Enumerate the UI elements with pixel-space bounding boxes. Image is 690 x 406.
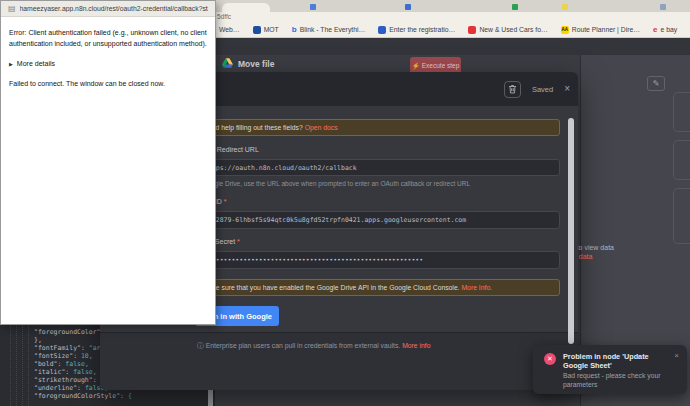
client-secret-field[interactable]: ••••••••••••••••••••••••••••••••••••••••… [195, 251, 560, 269]
bookmark-label: Blink - The Everythi… [300, 26, 366, 33]
bookmark-item[interactable]: ee bay [653, 25, 677, 34]
browser-active-tab[interactable] [222, 3, 270, 12]
more-info-link[interactable]: More Info. [461, 284, 492, 291]
oauth-error-text: Error: Client authentication failed (e.g… [9, 27, 212, 49]
bookmark-favicon-icon: e [653, 25, 657, 34]
browser-tab-favicon[interactable] [512, 4, 518, 10]
bookmark-favicon-icon: AA [561, 26, 569, 34]
client-id-field[interactable]: 2442879-6lhbsf5s94qtc0k5u8gfd52trpfn0421… [195, 211, 560, 229]
bookmark-favicon-icon: b [292, 25, 297, 34]
redirect-url-field[interactable]: https://oauth.n8n.cloud/oauth2/callback [195, 159, 560, 176]
oauth-popup-window: ▤ hameezyaser.app.n8n.cloud/rest/oauth2-… [0, 0, 216, 325]
pencil-icon: ✎ [653, 79, 660, 88]
page-favicon-icon: ▤ [8, 5, 16, 13]
triangle-right-icon: ▶ [9, 61, 13, 67]
code-line: }, [34, 336, 42, 344]
code-line: "fontSize": 10, [34, 352, 93, 360]
browser-tab-favicon[interactable] [562, 4, 568, 10]
client-id-label: Client ID * [195, 198, 560, 207]
modal-close-icon[interactable]: × [564, 84, 570, 94]
client-secret-label: Client Secret * [195, 238, 560, 247]
node-title-label: Move file [238, 59, 274, 69]
toast-close-icon[interactable]: × [674, 351, 679, 360]
bookmark-item[interactable]: AARoute Planner | Dire… [561, 26, 640, 34]
popup-url: hameezyaser.app.n8n.cloud/rest/oauth2-cr… [20, 5, 208, 12]
bookmark-item[interactable]: Web… [219, 26, 240, 33]
required-star: * [224, 198, 227, 205]
open-docs-link[interactable]: Open docs [305, 124, 338, 131]
output-skeleton-box [673, 92, 690, 132]
bookmark-favicon-icon [468, 26, 476, 34]
bookmark-label: New & Used Cars fo… [479, 26, 547, 33]
saved-status-badge: Saved [532, 85, 553, 94]
google-drive-icon [222, 58, 233, 70]
api-enable-banner: Make sure that you have enabled the Goog… [195, 279, 560, 296]
bookmark-item[interactable]: bBlink - The Everythi… [292, 25, 366, 34]
code-line: "bold": false, [34, 360, 89, 368]
error-toast[interactable]: ✕ Problem in node 'Update Google Sheet' … [533, 345, 687, 394]
bookmark-label: Route Planner | Dire… [572, 26, 640, 33]
popup-title-bar[interactable]: ▤ hameezyaser.app.n8n.cloud/rest/oauth2-… [1, 1, 215, 17]
info-icon: ⓘ [197, 342, 204, 349]
bookmark-favicon-icon [253, 26, 261, 34]
bookmark-label: Web… [219, 26, 240, 33]
browser-tab-favicon[interactable] [310, 4, 316, 10]
more-details-toggle[interactable]: ▶ More details [9, 60, 207, 67]
trash-icon [508, 80, 517, 98]
help-banner: Need help filling out these fields? Open… [195, 119, 560, 136]
output-skeleton-box [673, 188, 690, 244]
bookmark-favicon-icon [378, 26, 386, 34]
bookmark-label: e bay [660, 26, 677, 33]
lightning-icon: ⚡ [412, 62, 420, 70]
bookmark-item[interactable]: Enter the registratio… [378, 26, 455, 34]
failed-to-connect-text: Failed to connect. The window can be clo… [9, 80, 207, 87]
bookmark-item[interactable]: New & Used Cars fo… [468, 26, 547, 34]
footer-more-info-link[interactable]: More info [402, 342, 430, 349]
code-line: "underline": false, [34, 384, 108, 392]
edit-output-button[interactable]: ✎ [647, 76, 665, 91]
bookmark-label: MOT [264, 26, 279, 33]
modal-footer: ⓘ Enterprise plan users can pull in cred… [100, 332, 578, 390]
output-skeleton-box [673, 140, 690, 180]
redirect-url-help: In Google Drive, use the URL above when … [195, 180, 560, 188]
window-title-fragment: 5dffc [217, 13, 231, 20]
code-line: "foregroundColorStyle": { [34, 392, 132, 400]
redirect-url-label: OAuth Redirect URL [195, 146, 560, 155]
modal-scrollbar[interactable] [568, 118, 574, 344]
required-star: * [237, 238, 240, 245]
popup-body: Error: Client authentication failed (e.g… [1, 17, 215, 324]
bookmark-item[interactable]: MOT [253, 26, 279, 34]
browser-tab-favicon[interactable] [405, 4, 411, 10]
node-title: Move file [222, 58, 274, 70]
toast-body: Bad request - please check your paramete… [563, 372, 673, 389]
error-circle-icon: ✕ [544, 353, 556, 365]
bookmark-label: Enter the registratio… [389, 26, 455, 33]
delete-credential-button[interactable] [504, 81, 521, 98]
toast-title: Problem in node 'Update Google Sheet' [563, 352, 669, 370]
browser-tab-favicon[interactable] [660, 4, 666, 10]
code-line: "italic": false, [34, 368, 97, 376]
